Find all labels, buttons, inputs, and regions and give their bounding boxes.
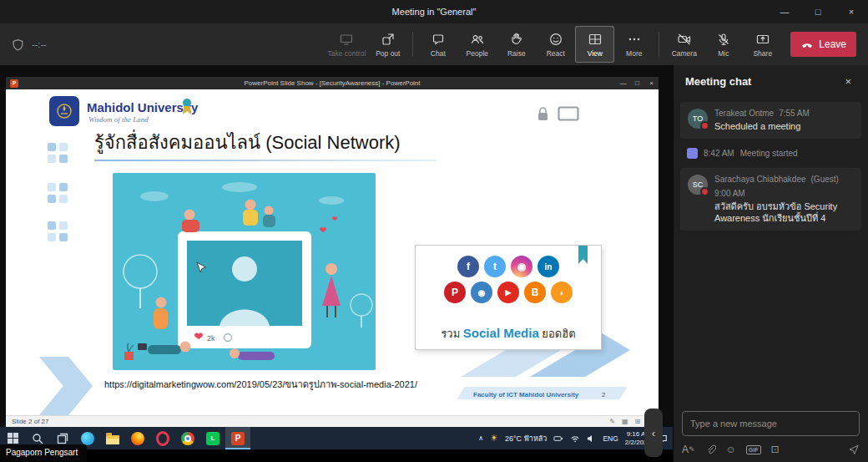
slide-canvas: Mahidol University Wisdom of the Land รู… bbox=[6, 89, 659, 415]
chat-message-list: TO Terakeat Ontme 7:55 AM Scheduled a me… bbox=[674, 97, 868, 406]
avatar: TO bbox=[688, 109, 708, 129]
chat-message[interactable]: SC Sarachaya Chiabhakdee (Guest) 9:00 AM… bbox=[680, 168, 861, 231]
more-icon bbox=[627, 32, 642, 47]
slide-counter: Slide 2 of 27 bbox=[12, 418, 48, 425]
rss-icon: ◗ bbox=[551, 282, 573, 303]
deco-squares bbox=[48, 143, 68, 163]
opera-icon[interactable] bbox=[150, 427, 175, 449]
university-motto: Wisdom of the Land bbox=[88, 115, 149, 124]
powerpoint-window: P PowerPoint Slide Show - [SecurityAware… bbox=[6, 77, 659, 427]
people-button[interactable]: People bbox=[457, 26, 497, 63]
presence-busy-dot bbox=[700, 121, 709, 130]
slide-expand-icon[interactable]: ⊞ bbox=[635, 418, 641, 425]
chat-message[interactable]: TO Terakeat Ontme 7:55 AM Scheduled a me… bbox=[680, 102, 861, 139]
twitter-icon: t bbox=[484, 256, 506, 277]
ppt-maximize-button[interactable]: □ bbox=[630, 77, 644, 89]
camera-button[interactable]: Camera bbox=[664, 26, 704, 63]
format-icon[interactable]: A✎ bbox=[682, 444, 695, 455]
title-underline bbox=[94, 160, 437, 161]
people-icon bbox=[470, 32, 485, 47]
message-input[interactable] bbox=[682, 411, 860, 436]
network-icon[interactable] bbox=[570, 434, 580, 443]
minimize-button[interactable]: — bbox=[768, 0, 801, 23]
meeting-chat-panel: Meeting chat × TO Terakeat Ontme 7:55 AM… bbox=[673, 65, 868, 462]
social-media-box: f t ◉ in P ◉ ▶ B ◗ รวม Social Media ย bbox=[415, 245, 602, 350]
message-text: Scheduled a meeting bbox=[714, 120, 810, 132]
social-icons-row-1: f t ◉ in bbox=[416, 256, 601, 277]
letterbox-strip bbox=[0, 449, 673, 462]
facebook-icon: f bbox=[457, 256, 479, 277]
view-button[interactable]: View bbox=[575, 26, 614, 63]
mic-button[interactable]: Mic bbox=[704, 26, 743, 63]
ppt-minimize-button[interactable]: — bbox=[616, 77, 630, 89]
react-icon bbox=[548, 32, 563, 47]
instagram-icon: ◉ bbox=[511, 256, 532, 277]
line-icon[interactable]: L bbox=[200, 427, 225, 449]
share-button[interactable]: Share bbox=[743, 26, 782, 63]
chat-close-icon[interactable]: × bbox=[840, 74, 856, 89]
file-explorer-icon[interactable] bbox=[100, 427, 125, 449]
message-time: 7:55 AM bbox=[779, 109, 810, 118]
meeting-event: 8:42 AM Meeting started bbox=[680, 148, 861, 159]
collapse-panel-handle[interactable]: ‹ bbox=[644, 409, 663, 457]
sticker-icon[interactable]: ⊡ bbox=[771, 444, 780, 455]
meeting-event-icon bbox=[687, 148, 698, 159]
source-url: https://digitalmarketingwow.com/2019/05/… bbox=[104, 377, 417, 392]
message-author: Sarachaya Chiabhakdee bbox=[714, 175, 806, 184]
powerpoint-taskbar-icon[interactable]: P bbox=[225, 427, 250, 449]
view-icon bbox=[588, 32, 603, 47]
toolbar-left: --:-- bbox=[0, 38, 325, 51]
take-control-button: Take control bbox=[325, 26, 368, 63]
raise-hand-button[interactable]: Raise bbox=[497, 26, 536, 63]
slide-title: รู้จักสื่อสังคมออนไลน์ (Social Network) bbox=[94, 128, 401, 157]
leave-button[interactable]: Leave bbox=[790, 32, 856, 57]
chat-panel-title: Meeting chat bbox=[685, 75, 751, 88]
close-button[interactable]: × bbox=[835, 0, 868, 23]
meeting-timer: --:-- bbox=[32, 39, 47, 49]
avatar: SC bbox=[688, 175, 708, 195]
main-area: P PowerPoint Slide Show - [SecurityAware… bbox=[0, 65, 868, 462]
attach-icon[interactable] bbox=[705, 444, 716, 455]
volume-icon[interactable] bbox=[587, 434, 596, 443]
language-indicator[interactable]: ENG bbox=[603, 434, 618, 443]
ppt-close-button[interactable]: × bbox=[644, 77, 659, 89]
chrome-icon[interactable] bbox=[175, 427, 200, 449]
shared-screen-stage: P PowerPoint Slide Show - [SecurityAware… bbox=[0, 65, 673, 462]
weather-widget[interactable]: 26°C ฟ้าหลัว bbox=[505, 433, 548, 444]
annotation-pen-icon[interactable]: ✎ bbox=[609, 418, 615, 425]
emoji-icon[interactable]: ☺ bbox=[726, 444, 736, 455]
youtube-icon: ▶ bbox=[497, 282, 519, 303]
slide-footer: Faculty of ICT Mahidol University bbox=[473, 391, 578, 399]
toolbar-divider bbox=[412, 32, 413, 57]
mic-off-icon bbox=[716, 32, 731, 47]
slide-grid-icon[interactable]: ▦ bbox=[622, 418, 628, 425]
powerpoint-app-icon: P bbox=[10, 79, 18, 88]
send-icon[interactable] bbox=[848, 444, 860, 455]
restore-button[interactable]: □ bbox=[801, 0, 835, 23]
blogger-icon: B bbox=[524, 282, 546, 303]
chat-header: Meeting chat × bbox=[674, 65, 868, 97]
presence-busy-dot bbox=[700, 187, 709, 196]
composer-toolbar: A✎ ☺ GIF ⊡ bbox=[682, 444, 860, 455]
toolbar-buttons: Take control Pop out Chat People Raise bbox=[325, 26, 868, 63]
slide-illustration: 2k bbox=[113, 173, 376, 370]
firefox-icon[interactable] bbox=[125, 427, 150, 449]
linkedin-icon: in bbox=[537, 256, 559, 277]
react-button[interactable]: React bbox=[536, 26, 575, 63]
weather-sun-icon: ☀ bbox=[490, 433, 498, 444]
message-role: (Guest) bbox=[811, 175, 839, 184]
hang-up-icon bbox=[800, 38, 814, 51]
teams-meeting-window: Meeting in "General" — □ × --:-- Take co… bbox=[0, 0, 868, 462]
more-button[interactable]: More bbox=[614, 26, 654, 63]
message-text: สวัสดีครับ อบรมหัวข้อ Security Awareness… bbox=[714, 201, 854, 224]
powerpoint-window-title: PowerPoint Slide Show - [SecurityAwarene… bbox=[6, 79, 659, 87]
tray-expand-chevron-icon[interactable]: ∧ bbox=[478, 434, 483, 442]
message-author: Terakeat Ontme bbox=[714, 109, 774, 118]
flickr-icon: ◉ bbox=[471, 282, 492, 303]
gif-icon[interactable]: GIF bbox=[746, 445, 761, 454]
mahidol-logo bbox=[49, 96, 79, 126]
chat-button[interactable]: Chat bbox=[418, 26, 457, 63]
pop-out-button[interactable]: Pop out bbox=[368, 26, 407, 63]
presenter-name-label: Pagaporn Pengsart bbox=[0, 444, 87, 462]
social-box-caption: รวม Social Media ยอดฮิต bbox=[416, 325, 601, 343]
